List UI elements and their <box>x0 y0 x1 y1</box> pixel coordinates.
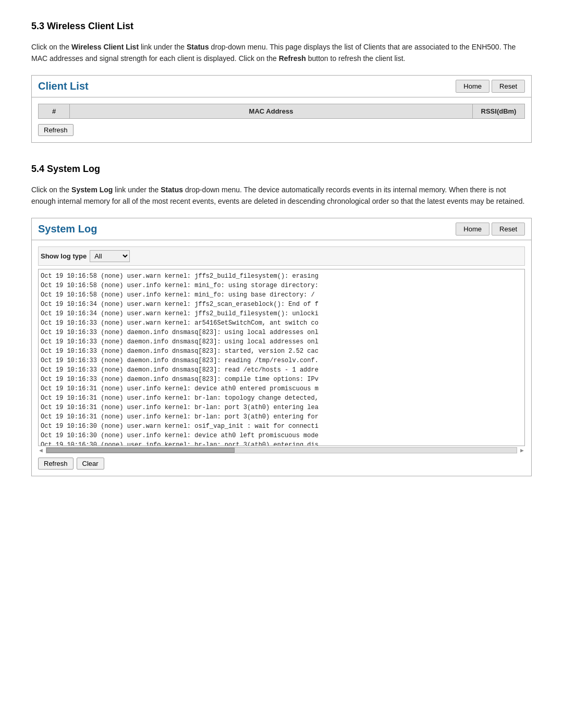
system-log-panel-body: Show log type Allkerneluserdaemon Oct 19… <box>32 240 531 476</box>
log-horizontal-scrollbar[interactable] <box>46 447 517 453</box>
system-log-clear-button[interactable]: Clear <box>77 458 104 470</box>
client-list-refresh-button[interactable]: Refresh <box>38 124 74 136</box>
log-line: Oct 19 10:16:33 (none) daemon.info dnsma… <box>41 356 522 365</box>
log-line: Oct 19 10:16:34 (none) user.warn kernel:… <box>41 309 522 318</box>
log-line: Oct 19 10:16:30 (none) user.info kernel:… <box>41 431 522 440</box>
system-log-panel-buttons: Home Reset <box>456 223 525 236</box>
system-log-actions: Refresh Clear <box>38 458 525 470</box>
system-log-panel-header: System Log Home Reset <box>32 218 531 240</box>
col-mac-header: MAC Address <box>70 104 473 118</box>
log-scrollbar-area: ◄ ► <box>38 447 525 453</box>
log-type-label: Show log type <box>41 252 87 260</box>
section-heading-5-4: 5.4 System Log <box>31 164 532 175</box>
log-line: Oct 19 10:16:33 (none) daemon.info dnsma… <box>41 347 522 356</box>
scroll-right-arrow[interactable]: ► <box>519 447 525 453</box>
log-output-box[interactable]: Oct 19 10:16:58 (none) user.warn kernel:… <box>38 269 525 446</box>
client-list-panel-body: # MAC Address RSSI(dBm) Refresh <box>32 97 531 142</box>
log-line: Oct 19 10:16:33 (none) daemon.info dnsma… <box>41 375 522 384</box>
section-heading-5-3: 5.3 Wireless Client List <box>31 21 532 32</box>
log-line: Oct 19 10:16:31 (none) user.info kernel:… <box>41 412 522 422</box>
log-line: Oct 19 10:16:33 (none) daemon.info dnsma… <box>41 337 522 347</box>
section-description-5-3: Click on the Wireless Client List link u… <box>31 41 532 65</box>
log-line: Oct 19 10:16:33 (none) daemon.info dnsma… <box>41 328 522 337</box>
client-list-panel-buttons: Home Reset <box>456 80 525 93</box>
client-list-actions: Refresh <box>38 124 525 136</box>
log-controls: Show log type Allkerneluserdaemon <box>38 246 525 266</box>
system-log-reset-button[interactable]: Reset <box>492 223 525 236</box>
log-line: Oct 19 10:16:30 (none) user.info kernel:… <box>41 440 522 446</box>
log-type-select[interactable]: Allkerneluserdaemon <box>90 250 130 262</box>
log-line: Oct 19 10:16:58 (none) user.info kernel:… <box>41 290 522 300</box>
log-line: Oct 19 10:16:33 (none) user.warn kernel:… <box>41 318 522 328</box>
client-list-home-button[interactable]: Home <box>456 80 489 93</box>
client-list-title: Client List <box>38 80 89 92</box>
client-table-header-row: # MAC Address RSSI(dBm) <box>39 104 525 118</box>
log-line: Oct 19 10:16:58 (none) user.warn kernel:… <box>41 272 522 281</box>
log-line: Oct 19 10:16:33 (none) daemon.info dnsma… <box>41 365 522 375</box>
client-list-panel: Client List Home Reset # MAC Address RSS… <box>31 75 532 143</box>
client-list-table: # MAC Address RSSI(dBm) <box>38 104 525 119</box>
section-description-5-4: Click on the System Log link under the S… <box>31 184 532 207</box>
log-line: Oct 19 10:16:30 (none) user.warn kernel:… <box>41 422 522 431</box>
system-log-refresh-button[interactable]: Refresh <box>38 458 74 470</box>
section-system-log: 5.4 System Log Click on the System Log l… <box>31 164 532 476</box>
client-list-panel-header: Client List Home Reset <box>32 76 531 97</box>
log-line: Oct 19 10:16:31 (none) user.info kernel:… <box>41 403 522 412</box>
client-list-reset-button[interactable]: Reset <box>492 80 525 93</box>
system-log-panel: System Log Home Reset Show log type Allk… <box>31 218 532 476</box>
log-line: Oct 19 10:16:58 (none) user.info kernel:… <box>41 281 522 290</box>
col-rssi-header: RSSI(dBm) <box>473 104 525 118</box>
system-log-title: System Log <box>38 223 97 235</box>
log-line: Oct 19 10:16:31 (none) user.info kernel:… <box>41 393 522 403</box>
log-line: Oct 19 10:16:31 (none) user.info kernel:… <box>41 384 522 393</box>
scroll-left-arrow[interactable]: ◄ <box>38 447 44 453</box>
log-line: Oct 19 10:16:34 (none) user.warn kernel:… <box>41 300 522 309</box>
section-wireless-client-list: 5.3 Wireless Client List Click on the Wi… <box>31 21 532 143</box>
system-log-home-button[interactable]: Home <box>456 223 489 236</box>
col-hash-header: # <box>39 104 70 118</box>
